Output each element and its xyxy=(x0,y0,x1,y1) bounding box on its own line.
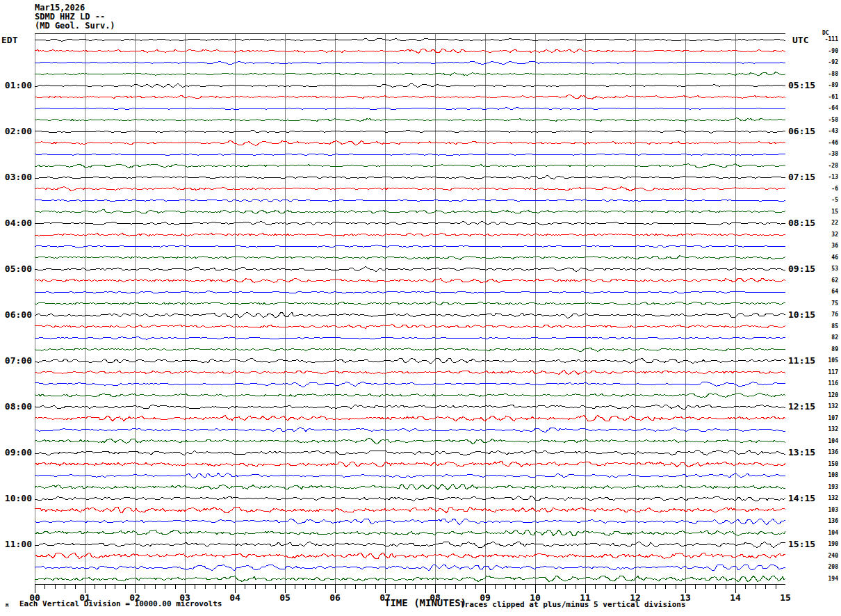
dc-offset-value: 32 xyxy=(817,232,838,238)
edt-hour-label: 03:00 xyxy=(0,172,32,183)
seismic-trace xyxy=(35,337,785,339)
seismic-trace xyxy=(35,553,785,559)
dc-offset-value: 75 xyxy=(817,300,838,307)
dc-offset-value: -38 xyxy=(817,151,838,158)
dc-column-header: DC xyxy=(822,30,829,36)
seismic-trace xyxy=(35,462,785,467)
seismic-trace xyxy=(35,302,785,305)
seismic-trace xyxy=(35,234,785,236)
dc-offset-value: -92 xyxy=(817,59,838,66)
seismic-trace xyxy=(35,394,785,398)
seismic-trace xyxy=(35,348,785,352)
seismic-trace xyxy=(35,256,785,260)
seismogram-plot-area xyxy=(35,33,785,594)
dc-offset-value: 62 xyxy=(817,277,838,284)
utc-hour-label: 07:15 xyxy=(788,172,815,183)
edt-hour-label: 01:00 xyxy=(0,80,32,91)
left-zone-label: EDT xyxy=(1,35,17,45)
seismic-trace xyxy=(35,542,785,547)
dc-offset-value: 193 xyxy=(817,484,838,491)
helicorder-page: Mar15,2026 SDMD HHZ LD -- (MD Geol. Surv… xyxy=(0,0,841,616)
minute-tick-label: 15 xyxy=(773,593,798,603)
seismic-trace xyxy=(35,245,785,248)
dc-offset-value: 132 xyxy=(817,403,838,410)
x-axis-label: TIME (MINUTES) xyxy=(384,597,466,608)
utc-hour-label: 05:15 xyxy=(788,80,815,91)
seismic-trace xyxy=(35,508,785,513)
utc-hour-label: 09:15 xyxy=(788,264,815,275)
dc-offset-value: 105 xyxy=(817,357,838,364)
seismic-trace xyxy=(35,49,785,54)
dc-offset-value: 85 xyxy=(817,323,838,330)
dc-offset-value: -90 xyxy=(817,48,838,55)
dc-offset-value: 107 xyxy=(817,415,838,422)
seismic-trace xyxy=(35,61,785,64)
dc-offset-value: 82 xyxy=(817,334,838,341)
dc-offset-value: 89 xyxy=(817,346,838,353)
minute-tick-label: 04 xyxy=(222,593,247,603)
utc-hour-label: 12:15 xyxy=(788,401,815,412)
seismic-trace xyxy=(35,83,785,87)
seismic-trace xyxy=(35,154,785,155)
dc-offset-value: -6 xyxy=(817,186,838,193)
dc-offset-value: 104 xyxy=(817,438,838,445)
dc-offset-value: 208 xyxy=(817,564,838,571)
dc-offset-value: -13 xyxy=(817,174,838,181)
seismic-trace xyxy=(35,416,785,421)
dc-offset-value: -61 xyxy=(817,94,838,101)
edt-hour-label: 05:00 xyxy=(0,264,32,275)
dc-offset-value: -89 xyxy=(817,82,838,89)
dc-offset-value: 132 xyxy=(817,426,838,433)
seismic-trace xyxy=(35,291,785,293)
edt-hour-label: 02:00 xyxy=(0,126,32,137)
seismic-trace xyxy=(35,210,785,214)
seismic-trace xyxy=(35,473,785,478)
edt-hour-label: 07:00 xyxy=(0,355,32,366)
title-agency: (MD Geol. Surv.) xyxy=(35,22,115,31)
utc-hour-label: 06:15 xyxy=(788,126,815,137)
edt-hour-label: 10:00 xyxy=(0,493,32,504)
seismic-trace xyxy=(35,130,785,133)
seismic-trace xyxy=(35,221,785,225)
dc-offset-value: 46 xyxy=(817,254,838,261)
utc-hour-label: 11:15 xyxy=(788,355,815,366)
utc-hour-label: 10:15 xyxy=(788,309,815,321)
dc-offset-value: -58 xyxy=(817,117,838,124)
dc-offset-value: -5 xyxy=(817,197,838,204)
utc-hour-label: 13:15 xyxy=(788,447,815,458)
seismic-trace xyxy=(35,485,785,490)
seismic-trace xyxy=(35,519,785,524)
dc-offset-value: -64 xyxy=(817,105,838,112)
dc-offset-value: 53 xyxy=(817,266,838,273)
dc-offset-value: 240 xyxy=(817,553,838,560)
seismic-trace xyxy=(35,266,785,271)
dc-offset-value: 136 xyxy=(817,518,838,525)
dc-offset-value: 120 xyxy=(817,392,838,399)
seismic-trace xyxy=(35,450,785,455)
seismic-trace xyxy=(35,72,785,76)
minute-tick-label: 06 xyxy=(322,593,348,603)
seismic-trace xyxy=(35,358,785,364)
dc-offset-value: -28 xyxy=(817,163,838,170)
seismic-trace xyxy=(35,175,785,179)
seismic-trace xyxy=(35,164,785,168)
utc-hour-label: 15:15 xyxy=(788,539,815,550)
seismic-trace xyxy=(35,427,785,432)
seismic-trace xyxy=(35,38,785,41)
clip-note: Traces clipped at plus/minus 5 vertical … xyxy=(460,600,686,609)
minute-tick-label: 05 xyxy=(272,593,297,603)
dc-offset-value: 116 xyxy=(817,380,838,387)
dc-offset-value: 117 xyxy=(817,369,838,376)
right-zone-label: UTC xyxy=(792,35,808,45)
edt-hour-label: 06:00 xyxy=(0,309,32,321)
edt-hour-label: 09:00 xyxy=(0,447,32,458)
seismic-trace xyxy=(35,565,785,570)
utc-hour-label: 14:15 xyxy=(788,493,815,504)
edt-hour-label: 08:00 xyxy=(0,401,32,412)
dc-offset-value: 104 xyxy=(817,530,838,537)
corner-mark: M xyxy=(6,603,8,608)
seismic-trace xyxy=(35,312,785,318)
seismic-trace xyxy=(35,496,785,501)
seismic-trace xyxy=(35,107,785,110)
dc-offset-value: 22 xyxy=(817,220,838,227)
